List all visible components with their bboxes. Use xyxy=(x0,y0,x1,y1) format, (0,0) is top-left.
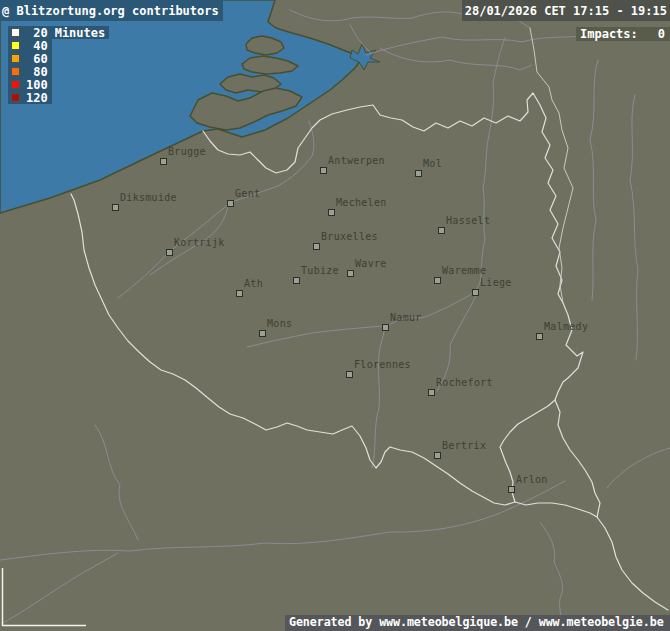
legend-row: 80 xyxy=(8,65,52,78)
city-label: Malmedy xyxy=(544,322,588,332)
city-label: Ath xyxy=(244,279,263,289)
credit-text: Generated by www.meteobelgique.be / www.… xyxy=(289,617,664,629)
city-marker xyxy=(472,289,479,296)
city-label: Gent xyxy=(235,189,260,199)
city-marker xyxy=(313,243,320,250)
lightning-map-app: BruggeDiksmuideGentKortrijkAntwerpenMech… xyxy=(0,0,670,631)
datetime-bar: 28/01/2026 CET 17:15 - 19:15 xyxy=(462,0,670,21)
city-label: Bruxelles xyxy=(321,232,378,242)
city-label: Hasselt xyxy=(446,216,490,226)
city-label: Florennes xyxy=(354,360,411,370)
impacts-label: Impacts: xyxy=(580,28,638,40)
legend-minutes-value: 20 xyxy=(26,27,48,39)
city-marker xyxy=(415,170,422,177)
city-marker xyxy=(236,290,243,297)
city-label: Diksmuide xyxy=(120,193,177,203)
legend-color-swatch xyxy=(11,28,20,37)
legend-color-swatch xyxy=(11,41,20,50)
city-marker xyxy=(320,167,327,174)
city-marker xyxy=(382,324,389,331)
datetime-text: 28/01/2026 CET 17:15 - 19:15 xyxy=(465,5,667,17)
legend-row: 100 xyxy=(8,78,52,91)
legend-minutes-value: 120 xyxy=(26,92,48,104)
city-label: Kortrijk xyxy=(174,238,225,248)
legend-minutes-value: 60 xyxy=(26,53,48,65)
city-marker xyxy=(536,333,543,340)
city-marker xyxy=(434,452,441,459)
city-marker xyxy=(428,389,435,396)
city-label: Namur xyxy=(390,313,422,323)
city-label: Mons xyxy=(267,319,292,329)
credit-bar: Generated by www.meteobelgique.be / www.… xyxy=(285,615,670,631)
city-label: Antwerpen xyxy=(328,156,385,166)
legend-color-swatch xyxy=(11,93,20,102)
city-marker xyxy=(346,371,353,378)
impacts-value: 0 xyxy=(658,28,665,40)
legend-color-swatch xyxy=(11,67,20,76)
city-label: Tubize xyxy=(301,266,339,276)
city-label: Mechelen xyxy=(336,198,387,208)
city-label: Liege xyxy=(480,278,512,288)
city-marker xyxy=(160,158,167,165)
legend-row: 20Minutes xyxy=(8,26,109,39)
attribution-text: @ Blitzortung.org contributors xyxy=(2,5,219,17)
impacts-counter: Impacts: 0 xyxy=(576,27,670,41)
legend-color-swatch xyxy=(11,80,20,89)
city-marker xyxy=(112,204,119,211)
attribution-bar: @ Blitzortung.org contributors xyxy=(0,0,223,21)
city-marker xyxy=(166,249,173,256)
city-marker xyxy=(293,277,300,284)
city-marker xyxy=(508,486,515,493)
city-label: Rochefort xyxy=(436,378,493,388)
legend-row: 120 xyxy=(8,91,52,104)
legend-color-swatch xyxy=(11,54,20,63)
city-label: Wavre xyxy=(355,259,387,269)
legend-minutes-unit: Minutes xyxy=(55,27,106,39)
legend-minutes-value: 80 xyxy=(26,66,48,78)
city-label: Arlon xyxy=(516,475,548,485)
city-marker xyxy=(438,227,445,234)
age-legend: 20Minutes406080100120 xyxy=(8,26,109,104)
legend-minutes-value: 40 xyxy=(26,40,48,52)
city-marker xyxy=(434,277,441,284)
city-marker xyxy=(347,270,354,277)
legend-row: 60 xyxy=(8,52,52,65)
legend-row: 40 xyxy=(8,39,52,52)
city-marker xyxy=(259,330,266,337)
legend-minutes-value: 100 xyxy=(26,79,48,91)
city-label: Brugge xyxy=(168,147,206,157)
city-marker xyxy=(227,200,234,207)
city-marker xyxy=(328,209,335,216)
city-label: Bertrix xyxy=(442,441,486,451)
city-label: Mol xyxy=(423,159,442,169)
city-label: Waremme xyxy=(442,266,486,276)
